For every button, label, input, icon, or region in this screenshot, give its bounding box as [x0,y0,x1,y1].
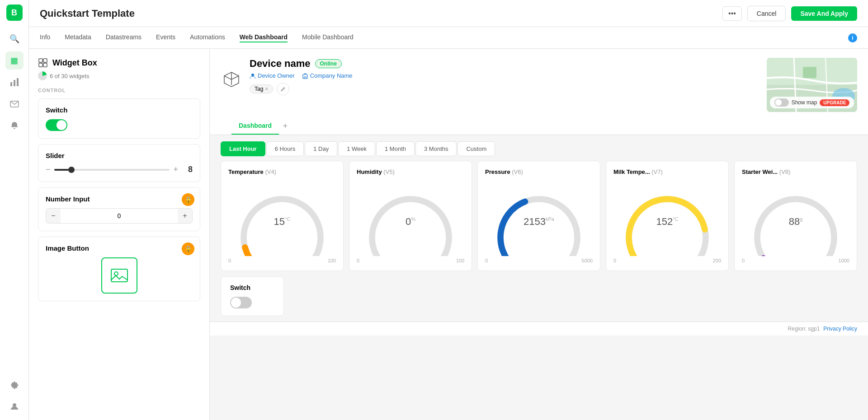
page-title: Quickstart Template [40,8,135,19]
tag-chip[interactable]: Tag × [250,84,273,93]
gauge-title-3: Milk Tempe... (V7) [613,168,721,175]
tab-mobile-dashboard[interactable]: Mobile Dashboard [302,33,354,42]
app-logo[interactable]: B [6,5,23,21]
svg-rect-1 [14,80,15,86]
region-label: Region: sgp1 [788,326,820,332]
gauge-title-4: Starter Wei... (V8) [742,168,849,175]
svg-rect-7 [39,63,42,67]
tab-metadata[interactable]: Metadata [65,33,91,42]
nav-tabs: Info Metadata Datastreams Events Automat… [29,27,868,49]
online-badge: Online [315,59,342,68]
gauge-title-1: Humidity (V5) [357,168,464,175]
save-apply-button[interactable]: Save And Apply [791,6,857,21]
number-value: 0 [61,210,178,222]
gauge-range-0: 0 100 [228,258,336,263]
sidebar-profile-icon[interactable] [5,397,24,415]
tab-info[interactable]: Info [40,33,50,42]
time-btn-1week[interactable]: 1 Week [338,141,375,156]
dash-switch-toggle[interactable] [230,297,252,308]
more-options-button[interactable]: ••• [722,6,742,21]
show-map-label: Show map [792,99,817,106]
slider-wrap: − + 8 [46,165,193,174]
topbar-actions: ••• Cancel Save And Apply [722,6,857,21]
svg-rect-6 [43,59,47,62]
svg-rect-9 [111,269,127,282]
gauge-value-4: 88g [789,216,803,228]
slider-track[interactable] [54,169,170,171]
device-tags: Tag × [250,83,353,95]
widget-count-circle [38,71,47,80]
device-name-row: Device name Online [250,58,353,70]
gauge-card-3: Milk Tempe... (V7) 152°C 0 200 [606,161,729,271]
device-header: Device name Online Device Owner [210,49,868,135]
content-area: Widget Box 6 of 30 widgets CONTROL Switc… [29,49,868,420]
device-owner-link[interactable]: Device Owner [250,72,295,79]
svg-rect-5 [39,59,42,62]
tag-edit-button[interactable] [277,83,289,95]
number-lock-badge: 🔒 [182,193,194,206]
widget-card-slider: Slider − + 8 [38,144,200,182]
dashboard-area: Device name Online Device Owner [210,49,868,420]
dashboard-tab[interactable]: Dashboard [231,117,279,135]
device-company-link[interactable]: Company Name [302,72,353,79]
dash-switch-card: Switch [221,276,284,316]
section-control-label: CONTROL [38,88,200,93]
widget-slider-title: Slider [46,152,193,159]
sidebar-dashboard-icon[interactable]: ▦ [5,51,24,70]
switch-toggle[interactable] [46,119,67,131]
time-btn-1month[interactable]: 1 Month [376,141,415,156]
logo-letter: B [11,8,17,18]
show-map-toggle[interactable] [774,98,789,107]
privacy-policy-link[interactable]: Privacy Policy [823,326,857,332]
widget-panel-header: Widget Box [38,58,200,68]
time-filters: Last Hour 6 Hours 1 Day 1 Week 1 Month 3… [210,135,868,161]
sidebar-notification-icon[interactable] [5,117,24,135]
image-button-preview[interactable] [101,257,137,294]
tab-datastreams[interactable]: Datastreams [106,33,142,42]
sidebar-mail-icon[interactable] [5,95,24,113]
widget-box-icon [38,58,48,68]
number-increment-button[interactable]: + [178,209,192,223]
building-icon [302,73,308,79]
slider-thumb[interactable] [68,167,75,173]
slider-minus-button[interactable]: − [46,165,51,174]
add-tab-button[interactable]: + [279,120,292,132]
sidebar-search-icon[interactable]: 🔍 [5,30,24,48]
widget-image-title: Image Button [46,244,193,252]
sidebar: B 🔍 ▦ [0,0,29,420]
gauge-wrap-4: 88g [742,181,849,256]
topbar: Quickstart Template ••• Cancel Save And … [29,0,868,27]
gauge-value-0: 15°C [274,216,291,228]
svg-rect-0 [10,82,12,86]
tab-events[interactable]: Events [156,33,175,42]
cancel-button[interactable]: Cancel [747,6,786,21]
time-btn-last-hour[interactable]: Last Hour [221,141,265,156]
slider-value: 8 [182,165,193,174]
tag-remove-button[interactable]: × [265,86,268,92]
gauge-value-2: 2153kPa [524,216,554,228]
widget-count: 6 of 30 widgets [38,71,200,80]
svg-rect-17 [803,67,816,78]
time-btn-6hours[interactable]: 6 Hours [266,141,304,156]
gauge-range-2: 0 5000 [485,258,593,263]
tab-automations[interactable]: Automations [190,33,225,42]
number-decrement-button[interactable]: − [46,209,61,223]
time-btn-custom[interactable]: Custom [458,141,495,156]
slider-plus-button[interactable]: + [173,165,178,174]
device-details: Device name Online Device Owner [250,58,353,101]
svg-point-10 [114,272,118,275]
gauge-wrap-1: 0% [357,181,464,256]
widget-card-number: 🔒 Number Input − 0 + [38,187,200,231]
footer: Region: sgp1 Privacy Policy [210,322,868,336]
sidebar-analytics-icon[interactable] [5,73,24,91]
gauge-card-0: Temperature (V4) 15°C 0 100 [221,161,344,271]
widget-card-switch: Switch [38,98,200,139]
tab-web-dashboard[interactable]: Web Dashboard [240,33,288,42]
info-icon: i [848,33,857,42]
upgrade-badge[interactable]: UPGRADE [820,99,849,106]
gauge-wrap-3: 152°C [613,181,721,256]
sidebar-settings-icon[interactable] [5,376,24,394]
device-name: Device name [250,58,311,70]
time-btn-3months[interactable]: 3 Months [415,141,457,156]
time-btn-1day[interactable]: 1 Day [305,141,337,156]
